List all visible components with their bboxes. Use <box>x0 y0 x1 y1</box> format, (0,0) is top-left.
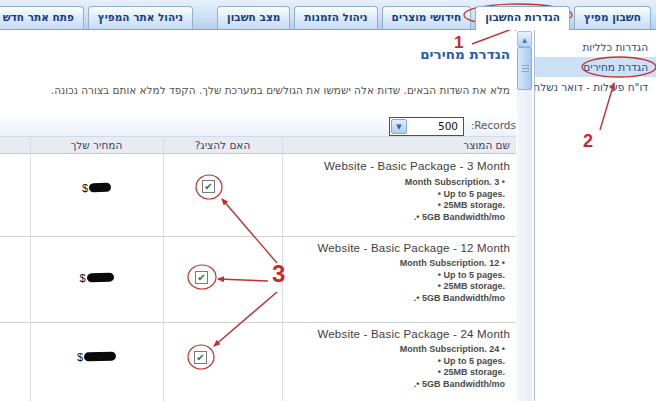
row-divider <box>0 322 516 323</box>
check-icon: ✔ <box>204 181 212 192</box>
product-features: Month Subscription. 24 • • Up to 5 pages… <box>400 344 505 390</box>
scrollbar-thumb[interactable] <box>517 47 532 90</box>
product-name: Website - Basic Package - 24 Month <box>317 328 510 340</box>
feature-line: • Up to 5 pages. <box>400 356 505 368</box>
currency-prefix: $ <box>82 182 88 194</box>
check-icon: ✔ <box>197 272 205 283</box>
records-count-select[interactable]: ▼ 500 <box>389 117 464 136</box>
page-description: מלא את השדות הבאים. שדות אלה ישמשו את הג… <box>51 84 510 96</box>
sidebar-item-general-settings[interactable]: הגדרות כלליות <box>535 37 656 57</box>
currency-prefix: $ <box>79 272 85 284</box>
tab-account-status[interactable]: מצב חשבון <box>217 6 290 29</box>
redacted-price <box>84 352 116 362</box>
feature-line: • 25MB storage. <box>400 281 505 293</box>
column-divider <box>282 136 283 401</box>
display-checkbox[interactable]: ✔ <box>194 351 207 364</box>
tab-account-settings[interactable]: הגדרות החשבון <box>475 6 570 30</box>
annotation-step-3: 3 <box>272 260 285 288</box>
feature-line: .• 5GB Bandwidth/mo <box>405 212 505 224</box>
price-cell: $ <box>30 350 163 363</box>
feature-line: • 25MB storage. <box>400 367 505 379</box>
tab-distributor-account[interactable]: חשבון מפיץ <box>574 6 651 29</box>
redacted-price <box>86 273 113 283</box>
feature-line: • Up to 5 pages. <box>405 189 505 201</box>
records-label: Records: <box>471 119 516 131</box>
scroll-up-icon: ▲ <box>522 36 527 43</box>
feature-line: .• 5GB Bandwidth/mo <box>400 293 505 305</box>
check-icon: ✔ <box>196 352 204 363</box>
product-features: Month Subscription. 12 • • Up to 5 pages… <box>400 258 505 304</box>
product-features: Month Subscription. 3 • • Up to 5 pages.… <box>405 177 505 223</box>
feature-line: • Up to 5 pages. <box>400 270 505 282</box>
display-checkbox[interactable]: ✔ <box>202 180 215 193</box>
records-count-value: 500 <box>408 118 463 135</box>
feature-line: Month Subscription. 3 • <box>405 177 505 189</box>
tab-bar: חשבון מפיץ הגדרות החשבון חידושי מוצרים נ… <box>0 0 656 30</box>
feature-line: • 25MB storage. <box>405 200 505 212</box>
annotation-arrow-3b <box>218 279 268 281</box>
settings-sidebar: הגדרות כלליות הגדרת מחירים דו"ח פעילות -… <box>534 30 656 401</box>
sidebar-item-price-settings[interactable]: הגדרת מחירים <box>535 57 656 77</box>
column-header-your-price: המחיר שלך <box>30 139 163 151</box>
column-divider <box>163 136 164 401</box>
sidebar-item-activity-report-sent-mail[interactable]: דו"ח פעילות - דואר נשלח <box>535 77 656 97</box>
dropdown-arrow-icon[interactable]: ▼ <box>391 119 407 134</box>
tab-product-renewals[interactable]: חידושי מוצרים <box>382 6 472 29</box>
price-cell: $ <box>30 181 163 194</box>
annotation-arrow-3c <box>214 292 277 346</box>
vertical-scrollbar[interactable]: ▲ <box>517 31 532 401</box>
page-title: הגדרת מחירים <box>420 46 510 62</box>
product-name: Website - Basic Package - 12 Month <box>317 242 510 254</box>
tab-distributor-site-management[interactable]: ניהול אתר המפיץ <box>88 6 193 29</box>
price-cell: $ <box>30 271 163 284</box>
tab-order-management[interactable]: ניהול הזמנות <box>294 6 377 29</box>
product-name: Website - Basic Package - 3 Month <box>324 160 510 172</box>
annotation-arrow-3a <box>222 199 277 263</box>
redacted-price <box>89 183 111 193</box>
scroll-up-button[interactable]: ▲ <box>517 31 532 47</box>
row-divider <box>0 236 516 237</box>
currency-prefix: $ <box>77 351 83 363</box>
column-header-product-name: שם המוצר <box>463 139 510 151</box>
feature-line: .• 5GB Bandwidth/mo <box>400 379 505 391</box>
pricing-settings-page: חשבון מפיץ הגדרות החשבון חידושי מוצרים נ… <box>0 0 656 401</box>
feature-line: Month Subscription. 24 • <box>400 344 505 356</box>
column-header-display: האם להציג? <box>163 139 282 151</box>
display-checkbox[interactable]: ✔ <box>195 271 208 284</box>
tab-open-new-site[interactable]: פתח אתר חדש <box>0 6 84 29</box>
feature-line: Month Subscription. 12 • <box>400 258 505 270</box>
